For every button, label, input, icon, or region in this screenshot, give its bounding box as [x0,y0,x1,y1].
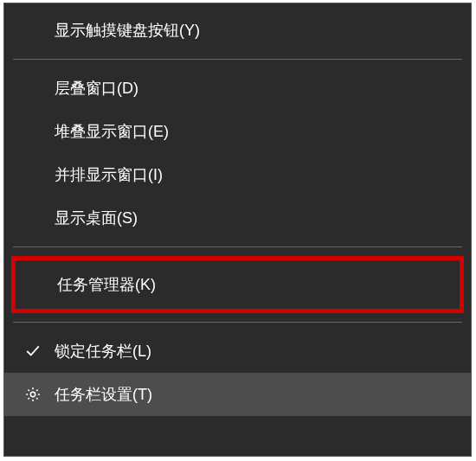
menu-item-label: 锁定任务栏(L) [55,341,151,362]
menu-separator [13,247,462,247]
highlight-box: 任务管理器(K) [11,256,464,313]
menu-separator [13,322,462,323]
svg-point-0 [30,392,35,396]
menu-item-taskbar-settings[interactable]: 任务栏设置(T) [4,373,471,416]
menu-item-label: 显示桌面(S) [55,208,138,228]
menu-item-label: 任务栏设置(T) [55,384,152,405]
menu-item-label: 任务管理器(K) [57,274,156,295]
menu-item-stacked-windows[interactable]: 堆叠显示窗口(E) [4,110,471,153]
menu-item-side-by-side-windows[interactable]: 并排显示窗口(I) [4,153,471,196]
menu-item-show-touch-keyboard[interactable]: 显示触摸键盘按钮(Y) [4,9,471,52]
menu-item-lock-taskbar[interactable]: 锁定任务栏(L) [4,330,471,373]
menu-item-task-manager[interactable]: 任务管理器(K) [18,263,457,306]
checkmark-icon [23,342,42,361]
menu-separator [13,59,462,60]
menu-item-label: 堆叠显示窗口(E) [55,121,169,142]
taskbar-context-menu: 显示触摸键盘按钮(Y) 层叠窗口(D) 堆叠显示窗口(E) 并排显示窗口(I) … [3,3,472,457]
menu-item-label: 层叠窗口(D) [55,78,138,99]
gear-icon [23,385,42,404]
menu-item-cascade-windows[interactable]: 层叠窗口(D) [4,67,471,110]
menu-item-label: 显示触摸键盘按钮(Y) [55,20,200,41]
menu-item-label: 并排显示窗口(I) [55,164,163,185]
menu-item-show-desktop[interactable]: 显示桌面(S) [4,196,471,240]
